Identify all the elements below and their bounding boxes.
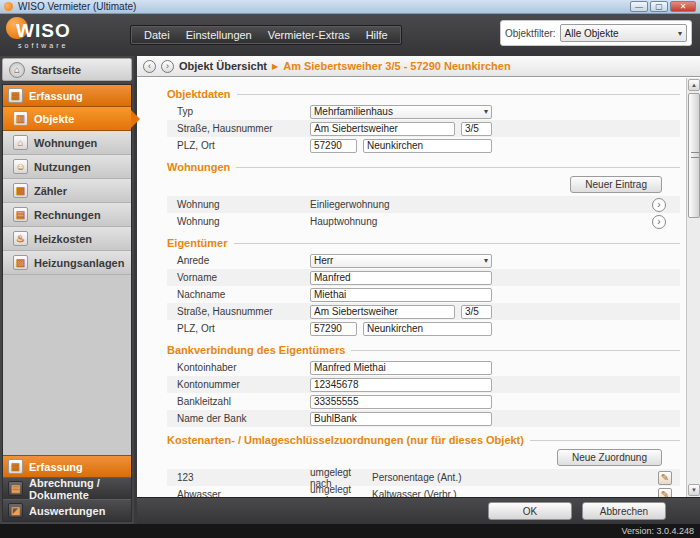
back-icon[interactable]: ‹: [143, 60, 156, 73]
edit-icon[interactable]: ✎: [658, 488, 672, 498]
sidebar-bottom-erfassung[interactable]: ▦ Erfassung: [3, 455, 131, 477]
section-title: Wohnungen: [167, 161, 230, 173]
menu-bar: Datei Einstellungen Vermieter-Extras Hil…: [130, 25, 402, 45]
kostenart-name: Abwasser: [177, 489, 310, 497]
wohnung-row[interactable]: Wohnung Einliegerwohnung ›: [167, 196, 680, 213]
bank-name-field[interactable]: [310, 412, 492, 426]
strasse-field[interactable]: [310, 122, 455, 136]
home-icon: ⌂: [9, 62, 25, 78]
edit-icon[interactable]: ✎: [658, 471, 672, 485]
wohnung-row[interactable]: Wohnung Hauptwohnung ›: [167, 213, 680, 230]
neue-zuordnung-button[interactable]: Neue Zuordnung: [557, 449, 662, 466]
kontonummer-field[interactable]: [310, 378, 492, 392]
typ-label: Typ: [177, 106, 310, 117]
menu-vermieter-extras[interactable]: Vermieter-Extras: [261, 28, 357, 42]
maximize-button[interactable]: ▢: [650, 1, 668, 12]
wiso-logo-subtext: software: [18, 42, 68, 49]
ok-button[interactable]: OK: [488, 502, 572, 520]
section-title: Kostenarten- / Umlageschlüsselzuordnunge…: [167, 434, 524, 446]
zaehler-icon: ▩: [13, 183, 28, 198]
dialog-footer: OK Abbrechen: [137, 497, 700, 524]
sidebar-item-heizungsanlagen[interactable]: ▨ Heizungsanlagen: [3, 251, 131, 275]
plz-ort-label: PLZ, Ort: [177, 140, 310, 151]
open-wohnung-icon[interactable]: ›: [652, 198, 666, 212]
sidebar-item-label: Startseite: [31, 64, 81, 76]
sidebar-item-wohnungen[interactable]: ⌂ Wohnungen: [3, 131, 131, 155]
bankleitzahl-label: Bankleitzahl: [177, 396, 310, 407]
sidebar-item-label: Nutzungen: [34, 161, 91, 173]
sidebar-item-heizkosten[interactable]: ♨ Heizkosten: [3, 227, 131, 251]
content-area: ‹ › Objekt Übersicht ▶ Am Siebertsweiher…: [134, 56, 700, 524]
bankleitzahl-field[interactable]: [310, 395, 492, 409]
typ-select[interactable]: Mehrfamilienhaus ▾: [310, 105, 492, 119]
sidebar-item-objekte[interactable]: ▥ Objekte: [3, 107, 131, 131]
section-title: Objektdaten: [167, 88, 231, 100]
sidebar-item-rechnungen[interactable]: ▤ Rechnungen: [3, 203, 131, 227]
hausnummer-field[interactable]: [461, 305, 492, 319]
heizungsanlagen-icon: ▨: [13, 255, 28, 270]
section-title: Bankverbindung des Eigentümers: [167, 344, 345, 356]
vertical-scrollbar[interactable]: ▲ ▼: [686, 78, 700, 497]
strasse-label: Straße, Hausnummer: [177, 306, 310, 317]
scroll-up-icon[interactable]: ▲: [688, 79, 700, 91]
sidebar-bottom-auswertungen[interactable]: ◪ Auswertungen: [3, 499, 131, 521]
kostenart-row: Abwasser umgelegt nach Kaltwasser (Verbr…: [167, 486, 680, 497]
sidebar-item-zaehler[interactable]: ▩ Zähler: [3, 179, 131, 203]
section-kostenarten: Kostenarten- / Umlageschlüsselzuordnunge…: [167, 434, 680, 497]
breadcrumb-object-link[interactable]: Am Siebertsweiher 3/5 - 57290 Neunkirche…: [283, 60, 510, 72]
vorname-label: Vorname: [177, 272, 310, 283]
breadcrumb-separator-icon: ▶: [272, 62, 278, 71]
sidebar-item-label: Zähler: [34, 185, 67, 197]
strasse-label: Straße, Hausnummer: [177, 123, 310, 134]
app-icon: [4, 2, 13, 11]
ort-field[interactable]: [363, 322, 492, 336]
sidebar-item-startseite[interactable]: ⌂ Startseite: [2, 58, 132, 81]
section-title: Eigentümer: [167, 237, 228, 249]
version-label: Version: 3.0.4.248: [0, 524, 700, 538]
sidebar-item-label: Heizkosten: [34, 233, 92, 245]
erfassung-icon: ▦: [8, 88, 23, 103]
erfassung-icon: ▦: [8, 459, 23, 474]
neuer-eintrag-button[interactable]: Neuer Eintrag: [570, 176, 662, 193]
wiso-logo-text: WISO: [16, 20, 71, 42]
abbrechen-button[interactable]: Abbrechen: [582, 502, 666, 520]
wiso-logo: WISO software: [0, 14, 120, 56]
scrollbar-thumb[interactable]: [688, 93, 700, 218]
objektfilter-select[interactable]: Alle Objekte ▾: [560, 24, 687, 42]
minimize-button[interactable]: —: [630, 1, 648, 12]
form-panel: Objektdaten Typ Mehrfamilienhaus ▾ Straß…: [137, 78, 686, 497]
wohnung-row-label: Wohnung: [177, 216, 310, 227]
anrede-label: Anrede: [177, 255, 310, 266]
typ-value: Mehrfamilienhaus: [314, 106, 393, 117]
anrede-select[interactable]: Herr ▾: [310, 254, 492, 268]
menu-datei[interactable]: Datei: [137, 28, 177, 42]
close-button[interactable]: ✕: [670, 1, 696, 12]
nachname-label: Nachname: [177, 289, 310, 300]
objektfilter-value: Alle Objekte: [565, 28, 619, 39]
nachname-field[interactable]: [310, 288, 492, 302]
ort-field[interactable]: [363, 139, 492, 153]
forward-icon[interactable]: ›: [161, 60, 174, 73]
open-wohnung-icon[interactable]: ›: [652, 215, 666, 229]
sidebar-accordion: ▦ Erfassung ▥ Objekte ⌂ Wohnungen ☺ Nutz…: [2, 84, 132, 522]
window-titlebar: WISO Vermieter (Ultimate) — ▢ ✕: [0, 0, 700, 14]
sidebar-bottom-abrechnung-dokumente[interactable]: ▤ Abrechnung / Dokumente: [3, 477, 131, 499]
sidebar-filler: [3, 275, 131, 455]
vorname-field[interactable]: [310, 271, 492, 285]
sidebar-section-erfassung[interactable]: ▦ Erfassung: [3, 85, 131, 107]
menu-einstellungen[interactable]: Einstellungen: [179, 28, 259, 42]
scroll-down-icon[interactable]: ▼: [688, 484, 700, 496]
wohnung-row-value: Hauptwohnung: [310, 216, 652, 227]
bank-name-label: Name der Bank: [177, 413, 310, 424]
section-wohnungen: Wohnungen Neuer Eintrag Wohnung Einliege…: [167, 161, 680, 230]
plz-field[interactable]: [310, 322, 357, 336]
plz-field[interactable]: [310, 139, 357, 153]
sidebar-item-nutzungen[interactable]: ☺ Nutzungen: [3, 155, 131, 179]
section-objektdaten: Objektdaten Typ Mehrfamilienhaus ▾ Straß…: [167, 88, 680, 154]
objektfilter-box: Objektfilter: Alle Objekte ▾: [500, 20, 692, 46]
strasse-field[interactable]: [310, 305, 455, 319]
sidebar-item-label: Rechnungen: [34, 209, 101, 221]
hausnummer-field[interactable]: [461, 122, 492, 136]
menu-hilfe[interactable]: Hilfe: [359, 28, 395, 42]
kontoinhaber-field[interactable]: [310, 361, 492, 375]
